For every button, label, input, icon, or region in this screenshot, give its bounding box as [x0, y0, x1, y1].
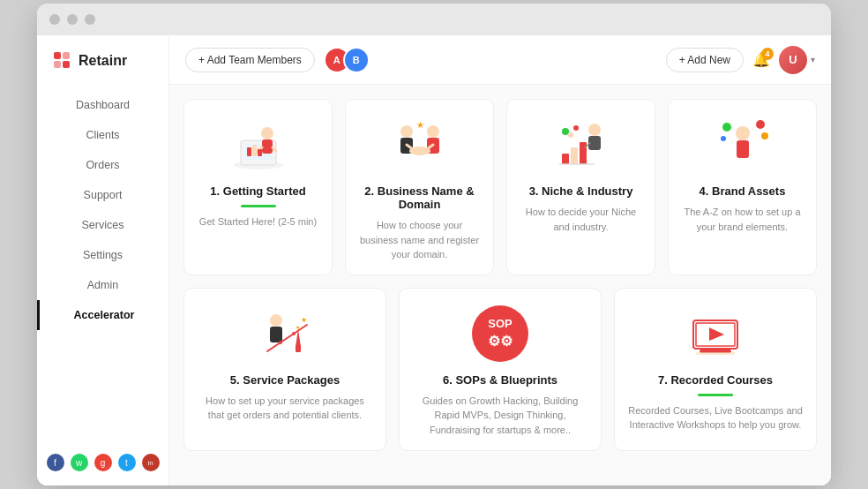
sidebar-item-support[interactable]: Support	[37, 180, 168, 210]
add-new-label: + Add New	[679, 54, 730, 66]
sidebar-item-orders[interactable]: Orders	[37, 150, 168, 180]
avatar-group: A B	[324, 47, 370, 73]
svg-rect-13	[258, 149, 262, 156]
notification-badge: 4	[761, 48, 774, 60]
add-team-label: + Add Team Members	[198, 54, 302, 66]
card-6-desc: Guides on Growth Hacking, Building Rapid…	[412, 394, 588, 438]
avatar-2: B	[343, 47, 370, 73]
svg-point-22	[588, 124, 601, 136]
card-3-illustration	[546, 114, 617, 176]
sidebar-item-services[interactable]: Services	[37, 210, 168, 240]
svg-point-46	[279, 341, 282, 344]
notification-button[interactable]: 🔔 4	[752, 51, 770, 68]
svg-rect-52	[696, 352, 735, 355]
card-1-underline	[241, 205, 276, 207]
svg-point-47	[292, 332, 296, 335]
svg-rect-43	[296, 345, 301, 352]
svg-point-30	[573, 125, 579, 131]
sidebar-social: f w g t in	[37, 443, 168, 475]
sop-text: SOP	[488, 317, 512, 331]
svg-rect-11	[247, 147, 251, 156]
svg-rect-12	[252, 145, 257, 156]
add-team-button[interactable]: + Add Team Members	[185, 48, 315, 72]
sidebar-item-accelerator[interactable]: Accelerator	[37, 300, 168, 330]
card-7-title: 7. Recorded Courses	[658, 373, 773, 387]
getting-started-svg	[223, 114, 294, 176]
sidebar-logo: Retainr	[37, 51, 168, 90]
card-getting-started[interactable]: 1. Getting Started Get Started Here! (2-…	[183, 99, 333, 275]
card-2-illustration: ★	[385, 114, 455, 176]
titlebar-dot-2	[67, 14, 78, 25]
titlebar-dot-1	[49, 14, 60, 25]
svg-point-36	[761, 132, 768, 139]
user-avatar-button[interactable]: U ▾	[779, 46, 815, 74]
twitter-icon[interactable]: t	[118, 454, 136, 471]
cards-row2: ★ ★ 5. Service Packages How to set up yo…	[183, 288, 817, 451]
svg-point-29	[562, 128, 569, 135]
svg-point-40	[270, 314, 282, 327]
card-5-desc: How to set up your service packages that…	[197, 394, 373, 423]
card-sops[interactable]: SOP ⚙⚙ 6. SOPs & Blueprints Guides on Gr…	[399, 288, 602, 451]
card-6-illustration: SOP ⚙⚙	[465, 303, 535, 365]
svg-line-39	[750, 126, 756, 132]
svg-rect-33	[737, 140, 749, 158]
sidebar: Retainr Dashboard Clients Orders Support…	[37, 35, 169, 485]
card-service-packages[interactable]: ★ ★ 5. Service Packages How to set up yo…	[183, 288, 386, 451]
card-brand-assets[interactable]: 4. Brand Assets The A-Z on how to set up…	[668, 99, 817, 275]
svg-rect-25	[571, 147, 578, 164]
whatsapp-icon[interactable]: w	[71, 454, 88, 471]
sidebar-nav: Dashboard Clients Orders Support Service…	[37, 90, 168, 443]
sidebar-item-settings[interactable]: Settings	[37, 240, 168, 270]
card-4-title: 4. Brand Assets	[700, 184, 786, 198]
sidebar-item-admin[interactable]: Admin	[37, 270, 168, 300]
app-window: Retainr Dashboard Clients Orders Support…	[37, 4, 831, 485]
svg-point-7	[261, 127, 273, 139]
card-3-title: 3. Niche & Industry	[529, 184, 633, 198]
svg-rect-26	[580, 142, 587, 164]
facebook-icon[interactable]: f	[47, 454, 64, 471]
card-1-title: 1. Getting Started	[210, 184, 305, 198]
sop-gears-icon: ⚙⚙	[488, 333, 513, 350]
svg-rect-2	[54, 61, 61, 68]
svg-rect-1	[63, 52, 70, 59]
main-area: + Add Team Members A B + Add New 🔔 4	[169, 35, 831, 485]
svg-rect-41	[270, 327, 282, 342]
card-1-desc: Get Started Here! (2-5 min)	[199, 214, 317, 229]
card-recorded-courses[interactable]: 7. Recorded Courses Recorded Courses, Li…	[614, 288, 817, 451]
topbar-left: + Add Team Members A B	[185, 47, 370, 73]
card-7-underline	[698, 394, 733, 396]
niche-svg	[546, 114, 617, 176]
svg-text:★: ★	[301, 316, 307, 324]
brand-svg	[707, 114, 778, 176]
svg-point-16	[427, 125, 439, 138]
svg-rect-3	[63, 61, 70, 68]
app-body: Retainr Dashboard Clients Orders Support…	[37, 35, 831, 485]
svg-line-38	[731, 127, 736, 132]
card-business-name[interactable]: ★ 2. Business Name & Domain How to choos…	[345, 99, 494, 275]
svg-point-14	[400, 125, 413, 138]
sidebar-item-dashboard[interactable]: Dashboard	[37, 90, 168, 120]
linkedin-icon[interactable]: in	[142, 454, 160, 471]
sidebar-item-clients[interactable]: Clients	[37, 120, 168, 150]
google-icon[interactable]: g	[94, 454, 112, 471]
topbar: + Add Team Members A B + Add New 🔔 4	[169, 35, 831, 85]
card-3-desc: How to decide your Niche and industry.	[520, 205, 642, 234]
svg-point-31	[568, 132, 573, 138]
card-2-desc: How to choose your business name and reg…	[358, 218, 481, 262]
card-niche[interactable]: 3. Niche & Industry How to decide your N…	[506, 99, 655, 275]
svg-point-32	[736, 126, 750, 140]
sop-circle: SOP ⚙⚙	[472, 305, 528, 362]
card-5-title: 5. Service Packages	[230, 373, 340, 387]
card-5-illustration: ★ ★	[250, 303, 320, 365]
titlebar-dot-3	[85, 14, 95, 25]
svg-point-34	[722, 123, 731, 132]
add-new-button[interactable]: + Add New	[666, 48, 744, 72]
card-4-desc: The A-Z on how to set up a your brand el…	[681, 205, 804, 234]
recorded-svg	[680, 303, 751, 365]
user-avatar: U	[779, 46, 807, 74]
topbar-right: + Add New 🔔 4 U ▾	[666, 46, 815, 74]
card-7-desc: Recorded Courses, Live Bootcamps and Int…	[627, 403, 804, 433]
svg-marker-50	[709, 327, 724, 341]
card-1-illustration	[223, 114, 294, 176]
cards-row1: 1. Getting Started Get Started Here! (2-…	[183, 99, 817, 275]
